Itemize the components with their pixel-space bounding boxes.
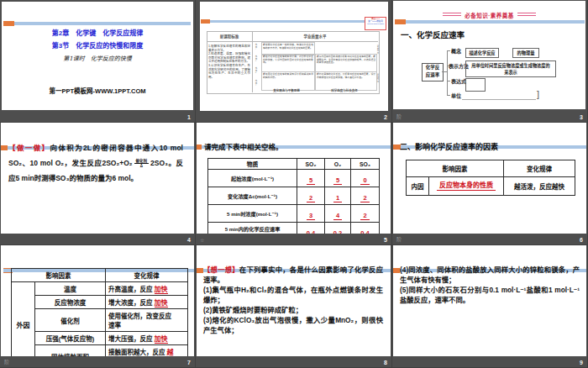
rule-text: 增大浓度，反应	[108, 299, 153, 307]
delta-label: Δ	[140, 164, 143, 168]
think-item-2: (2)黄铁矿煅烧时要粉碎成矿粒；	[203, 305, 383, 315]
axis-label-right: 科学态度与社会责任	[315, 88, 374, 92]
page-number: 1	[187, 114, 191, 120]
header-factor: 影响因素	[407, 160, 504, 177]
factor-temperature: 温度	[35, 282, 106, 296]
slide-thumbnail-9[interactable]: (4)同浓度、同体积的盐酸放入同样大小的锌粒和镁条，产生气体有快有慢； (5)同…	[392, 245, 588, 368]
slide-canvas: (4)同浓度、同体积的盐酸放入同样大小的锌粒和镁条，产生气体有快有慢； (5)同…	[393, 245, 586, 356]
factor-concentration: 反应物浓度	[35, 296, 106, 309]
table-header-row: 影响因素 变化规律	[12, 269, 188, 282]
axis-label-left: 变化观念与平衡思想	[261, 88, 312, 92]
rule-answer: 加快	[155, 335, 168, 344]
connector-line	[447, 95, 450, 96]
answer-value: 2	[307, 195, 315, 202]
slide-canvas: 【想一想】在下列事实中，各是什么因素影响了化学反应速率。 (1)集气瓶中H₂和C…	[197, 245, 391, 356]
exercise-paragraph: 【做一做】向体积为2L的密闭容器中通入10 mol SO₂、10 mol O₂，…	[8, 140, 183, 186]
table-instruction: 请完成下表中相关空格。	[204, 141, 283, 151]
row-label-internal: 内因	[407, 177, 429, 196]
section-banner: 必备知识·素养奠基	[393, 11, 585, 19]
table-divider	[252, 31, 253, 92]
topic-heading: 一、化学反应速率	[401, 29, 465, 40]
answer-value: 0.4	[304, 230, 318, 234]
slide-thumbnail-5[interactable]: 请完成下表中相关空格。 物质 SO₂ O₂ SO₃ 起始浓度(mol·L⁻¹) …	[196, 123, 392, 245]
slide-canvas: 必备知识·素养奠基 一、化学反应速率 化学反 应速率 概念 表示方法 表达式 单…	[393, 1, 585, 109]
slide-canvas: 精品PPT 第一PPT模板网 WWW.1PPT.COM 新课程标准 学业质量水平…	[200, 2, 388, 111]
table-row: 5 min时浓度(mol·L⁻¹) 3 4 2	[208, 205, 380, 223]
slide-canvas: 请完成下表中相关空格。 物质 SO₂ O₂ SO₃ 起始浓度(mol·L⁻¹) …	[197, 123, 391, 234]
accent-orange-block	[3, 21, 14, 26]
think-tag: 【想一想】	[203, 265, 239, 274]
header-factor: 影响因素	[12, 269, 106, 282]
group-label-external: 外因	[12, 282, 35, 357]
accent-orange-block	[1, 145, 8, 150]
row-label: 5 min内的化学反应速率 (mol·L⁻¹·min⁻¹)	[208, 223, 297, 234]
concept-text-box: 描述化学反应	[465, 48, 499, 58]
slide-thumbnail-2[interactable]: 精品PPT 第一PPT模板网 WWW.1PPT.COM 新课程标准 学业质量水平…	[196, 0, 392, 123]
section-title: 第3节 化学反应的快慢和限度	[2, 40, 193, 50]
factor-pressure: 压强(气体反应物)	[35, 332, 106, 345]
banner-lines-left	[443, 13, 461, 18]
lesson-subtitle: 第1课时 化学反应的快慢	[2, 54, 193, 62]
topic-heading: 二、影响化学反应速率的因素	[400, 141, 498, 152]
slide-canvas: 【做一做】向体积为2L的密闭容器中通入10 mol SO₂、10 mol O₂，…	[1, 123, 194, 234]
unit-bracket: ]	[537, 89, 539, 99]
think-paragraph: 【想一想】在下列事实中，各是什么因素影响了化学反应速率。 (1)集气瓶中H₂和C…	[203, 265, 383, 335]
rule-answer: 加快	[155, 286, 168, 294]
rule-cell: 接触面积越大，反应越快	[106, 345, 188, 357]
banner-title: 必备知识·素养奠基	[465, 11, 514, 19]
watermark-stamp: 精品PPT 第一PPT模板网 WWW.1PPT.COM	[365, 17, 386, 30]
table-header-row: 物质 SO₂ O₂ SO₃	[208, 159, 380, 170]
do-it-tag: 【做一做】	[8, 144, 50, 152]
table-row: 催化剂 使用催化剂，改变反应速率	[12, 309, 188, 332]
right-column-header: 学业质量水平	[252, 34, 378, 39]
think-paragraph-continued: (4)同浓度、同体积的盐酸放入同样大小的锌粒和镁条，产生气体有快有慢； (5)同…	[400, 265, 580, 305]
table-header-row: 影响因素 变化规律	[407, 160, 575, 177]
template-site-footer: 第一PPT模板网-WWW.1PPT.COM	[2, 86, 193, 95]
page-number: 4	[187, 237, 191, 243]
slide-thumbnail-6[interactable]: 二、影响化学反应速率的因素 影响因素 变化规律 内因 反应物本身的性质 越活泼，…	[392, 123, 588, 245]
table-row: 变化浓度Δc(mol·L⁻¹) 2 1 2	[208, 187, 380, 205]
rule-text: 升高温度，反应	[108, 286, 153, 293]
slide-thumbnail-3[interactable]: 必备知识·素养奠基 一、化学反应速率 化学反 应速率 概念 表示方法 表达式 单…	[392, 0, 588, 123]
accent-orange-block	[201, 19, 210, 24]
level-label: 水平2	[254, 55, 257, 61]
internal-factor-table: 影响因素 变化规律 内因 反应物本身的性质 越活泼，反应越快	[406, 160, 575, 196]
level-label: 水平4	[254, 80, 257, 86]
rule-answer: 加快	[155, 299, 168, 308]
corner-watermark: 阶	[396, 235, 402, 243]
root-line: 化学反	[423, 64, 443, 71]
corner-watermark: 阶	[396, 113, 402, 120]
page-number: 2	[384, 114, 387, 120]
slide-thumbnail-1[interactable]: 第2章 化学键 化学反应规律 第3节 化学反应的快慢和限度 第1课时 化学反应的…	[0, 0, 196, 123]
page-number: 3	[580, 114, 583, 120]
chapter-title: 第2章 化学键 化学反应规律	[2, 28, 193, 37]
curriculum-standard-items: 1.理解化学反应速率的概念和定量表示方法。 2.知道浓度、温度、压强和催化剂等对…	[208, 45, 250, 79]
expression-blank-box	[465, 78, 486, 92]
accent-orange-block	[393, 268, 400, 273]
think-item-3: (3)熔化的KClO₃放出气泡很慢，撒入少量MnO₂，则很快产生气体；	[203, 315, 383, 335]
slide-thumbnail-8[interactable]: 【想一想】在下列事实中，各是什么因素影响了化学反应速率。 (1)集气瓶中H₂和C…	[196, 245, 392, 368]
connector-line	[447, 50, 450, 51]
row-label: 5 min时浓度(mol·L⁻¹)	[208, 205, 297, 223]
rate-label-line2: (mol·L⁻¹·min⁻¹)	[208, 233, 297, 234]
side-mark: 素养水平	[375, 74, 379, 82]
reaction-rate-table: 物质 SO₂ O₂ SO₃ 起始浓度(mol·L⁻¹) 5 5 0 变化浓度Δc…	[207, 158, 380, 234]
header-rule: 变化规律	[504, 160, 575, 177]
internal-rule: 越活泼，反应越快	[504, 177, 575, 196]
answer-value: 4	[333, 213, 342, 220]
catalyst-arrow: 催化剂Δ	[134, 159, 150, 168]
accent-blue-bar	[210, 20, 365, 23]
slide-thumbnail-7[interactable]: 影响因素 变化规律 外因 温度 升高温度，反应加快 反应物浓度 增大浓度，反应加…	[0, 245, 196, 368]
slide-thumbnail-4[interactable]: 【做一做】向体积为2L的密闭容器中通入10 mol SO₂、10 mol O₂，…	[0, 123, 196, 245]
branch-label-unit: 单位	[451, 92, 461, 99]
stamp-line: WWW.1PPT.COM	[365, 23, 386, 25]
table-row: 固体接触面积 接触面积越大，反应越快	[12, 345, 188, 357]
table-row: 反应物浓度 增大浓度，反应加快	[12, 296, 188, 309]
rule-text: 增大压强，反应	[108, 335, 153, 343]
rule-cell: 增大压强，反应加快	[106, 332, 188, 345]
row-label: 变化浓度Δc(mol·L⁻¹)	[208, 187, 297, 205]
standard-item: 3.认识化学反应速率在生产、生活和科学研究中的应用，了解催化剂在生产、生活中的重…	[208, 64, 250, 79]
corner-watermark: ☆	[200, 237, 204, 243]
concept-text-box: 的物理量	[512, 48, 539, 58]
answer-value: 2	[360, 195, 369, 202]
